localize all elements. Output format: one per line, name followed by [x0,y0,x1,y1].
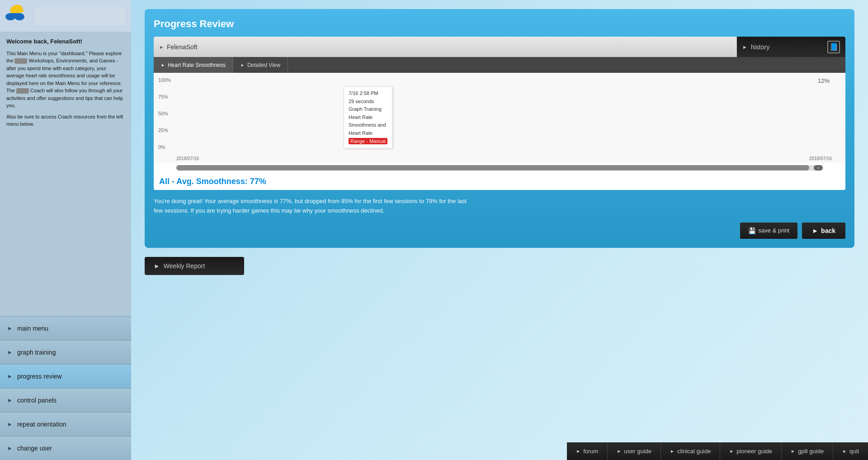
chart-scrollbar[interactable]: + [176,165,823,171]
quit-label: quit [849,448,859,455]
pioneer-guide-label: pioneer guide [736,448,772,455]
sidebar-item-label: graph training [17,349,56,356]
arrow-icon: ► [842,449,847,454]
main-content: Progress Review ► FelenaSoft ► history 📘… [131,0,868,460]
sidebar-item-label: repeat orientation [17,421,66,428]
pioneer-guide-button[interactable]: ► pioneer guide [720,442,782,460]
chart-x-axis: 2018/07/16 2018/07/16 [176,156,832,161]
sidebar-item-repeat-orientation[interactable]: ► repeat orientation [0,412,131,436]
progress-description: You're doing great! Your average smoothn… [154,197,470,216]
tooltip-date: 7/16 2:58 PM [349,90,387,98]
bottom-toolbar: ► forum ► user guide ► clinical guide ► … [131,442,868,460]
quit-button[interactable]: ► quit [833,442,868,460]
arrow-icon: ► [7,397,13,403]
sidebar-welcome-text: Welcome back, FelenaSoft! This Main Menu… [0,32,131,316]
chart-container: ► FelenaSoft ► history 📘 ► Heart Rate Sm… [154,37,845,190]
sidebar-item-label: main menu [17,325,48,332]
arrow-icon: ► [241,63,245,67]
chart-percentage-label: 12% [818,77,830,84]
chart-avg-label: All - Avg. Smoothness: 77% [154,173,845,190]
weekly-report-button[interactable]: ► Weekly Report [145,257,244,275]
arrow-icon: ► [7,445,13,451]
arrow-icon: ► [576,449,580,454]
save-print-button[interactable]: 💾 save & print [740,223,798,239]
history-label: history [751,43,769,51]
progress-panel: Progress Review ► FelenaSoft ► history 📘… [145,9,854,248]
arrow-icon: ► [617,449,621,454]
arrow-icon: ► [812,227,818,234]
arrow-icon: ► [7,325,13,332]
x-axis-right: 2018/07/16 [809,156,832,161]
app-logo [5,5,30,28]
arrow-icon: ► [7,421,13,427]
arrow-icon: ► [729,449,734,454]
sidebar-title-blurred [35,7,126,25]
weekly-report-area: ► Weekly Report [145,257,854,275]
user-guide-button[interactable]: ► user guide [608,442,661,460]
x-axis-left: 2018/07/16 [176,156,199,161]
tooltip-metric2: Smoothness and [349,121,387,129]
arrow-icon: ► [154,262,160,270]
sidebar-item-label: progress review [17,373,62,380]
clinical-guide-label: clinical guide [677,448,711,455]
sidebar-item-graph-training[interactable]: ► graph training [0,340,131,364]
save-icon: 💾 [748,227,756,234]
sidebar-item-label: change user [17,445,52,452]
scrollbar-thumb[interactable] [176,165,809,171]
back-button[interactable]: ► back [802,223,845,239]
arrow-icon: ► [159,44,164,50]
sidebar-item-main-menu[interactable]: ► main menu [0,316,131,340]
tab-detailed-view[interactable]: ► Detailed View [233,57,288,73]
chart-user-tab[interactable]: ► FelenaSoft [154,37,737,57]
chart-body: 100% 75% 50% 25% 0% [154,73,845,163]
chart-header: ► FelenaSoft ► history 📘 [154,37,845,57]
arrow-icon: ► [670,449,675,454]
tooltip-type: Graph Training [349,105,387,114]
tooltip-metric3: Heart Rate [349,129,387,138]
chart-tabs: ► Heart Rate Smoothness ► Detailed View [154,57,845,73]
chart-tooltip: 7/16 2:58 PM 29 seconds Graph Training H… [344,86,392,148]
save-print-label: save & print [759,227,790,234]
sidebar-item-progress-review[interactable]: ► progress review [0,364,131,388]
chart-username: FelenaSoft [167,43,198,51]
user-guide-label: user guide [624,448,651,455]
sidebar-nav: ► main menu ► graph training ► progress … [0,316,131,460]
sidebar-item-label: control panels [17,397,57,404]
tab-heart-rate-smoothness[interactable]: ► Heart Rate Smoothness [154,57,233,73]
back-label: back [821,227,835,234]
chart-bars-area [176,77,832,150]
forum-button[interactable]: ► forum [567,442,608,460]
arrow-icon: ► [161,63,165,67]
tab-label: Heart Rate Smoothness [168,62,226,68]
panel-title: Progress Review [154,18,845,30]
welcome-also: Also be sure to access Coach resources f… [6,113,125,128]
scrollbar-end-btn[interactable]: + [814,165,823,171]
arrow-icon: ► [7,349,13,356]
weekly-report-label: Weekly Report [164,262,205,270]
sidebar-header [0,0,131,32]
arrow-icon: ► [742,44,747,50]
arrow-icon: ► [7,373,13,379]
tooltip-duration: 29 seconds [349,98,387,106]
forum-label: forum [583,448,598,455]
arrow-icon: ► [791,449,795,454]
tab-label: Detailed View [247,62,280,68]
action-buttons: 💾 save & print ► back [154,223,845,239]
chart-y-axis: 100% 75% 50% 25% 0% [158,77,171,150]
history-book-icon: 📘 [827,41,840,53]
gp8-guide-button[interactable]: ► gp8 guide [782,442,833,460]
chart-history-tab[interactable]: ► history 📘 [737,37,845,57]
gp8-guide-label: gp8 guide [798,448,824,455]
sidebar-item-change-user[interactable]: ► change user [0,436,131,460]
welcome-title: Welcome back, FelenaSoft! [6,37,125,46]
sidebar-item-control-panels[interactable]: ► control panels [0,388,131,412]
sidebar: Welcome back, FelenaSoft! This Main Menu… [0,0,131,460]
tooltip-metric1: Heart Rate [349,114,387,122]
tooltip-range: Range - Manual [349,138,387,144]
clinical-guide-button[interactable]: ► clinical guide [661,442,720,460]
